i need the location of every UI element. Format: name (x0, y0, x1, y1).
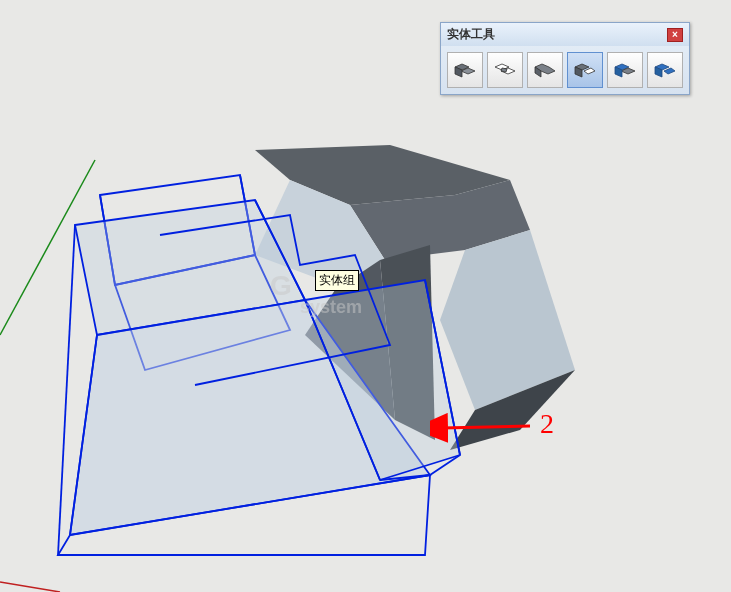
toolbar-body (441, 46, 689, 94)
svg-line-16 (442, 426, 530, 428)
tool-trim[interactable] (607, 52, 643, 88)
tool-outer-shell[interactable] (447, 52, 483, 88)
outer-shell-icon (452, 59, 478, 81)
svg-line-7 (58, 225, 75, 555)
toolbar-title-text: 实体工具 (447, 26, 495, 43)
tool-subtract[interactable] (567, 52, 603, 88)
solid-tools-toolbar[interactable]: 实体工具 × (440, 22, 690, 95)
sketchup-viewport[interactable]: G system 实体组 2 实体工具 × (0, 0, 731, 592)
toolbar-titlebar[interactable]: 实体工具 × (441, 23, 689, 46)
tool-intersect[interactable] (487, 52, 523, 88)
tool-split[interactable] (647, 52, 683, 88)
trim-icon (612, 59, 638, 81)
annotation-number: 2 (540, 408, 554, 440)
svg-marker-22 (501, 68, 507, 72)
union-icon (532, 59, 558, 81)
tooltip: 实体组 (315, 270, 359, 291)
intersect-icon (492, 59, 518, 81)
tool-union[interactable] (527, 52, 563, 88)
close-icon: × (672, 29, 678, 40)
tooltip-text: 实体组 (319, 273, 355, 287)
subtract-icon (572, 59, 598, 81)
svg-marker-32 (664, 68, 675, 74)
annotation-arrow (430, 408, 540, 448)
split-icon (652, 59, 678, 81)
svg-marker-26 (584, 68, 595, 74)
close-button[interactable]: × (667, 28, 683, 42)
axis-line-red (0, 582, 60, 592)
